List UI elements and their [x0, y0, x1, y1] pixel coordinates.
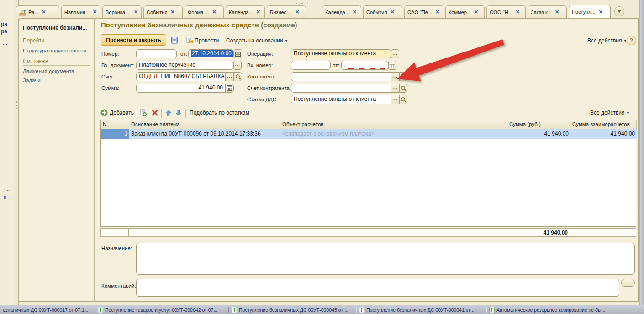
pick-by-balance-button[interactable]: Подобрать по остаткам — [190, 110, 249, 116]
tab-bar: Ра...✕Напомин...✕Воронка ...✕События✕Фор… — [14, 0, 644, 18]
tab-close-icon[interactable]: ✕ — [474, 9, 478, 15]
tab-close-icon[interactable]: ✕ — [212, 9, 216, 15]
tab-close-icon[interactable]: ✕ — [134, 9, 138, 15]
table-row-cell[interactable]: 1 — [101, 129, 129, 139]
operation-select-button[interactable]: ... — [391, 49, 399, 58]
tabbar-grip-icon — [301, 3, 303, 4]
sidebar-link[interactable]: Структура подчиненности — [23, 48, 90, 53]
move-up-button[interactable] — [164, 109, 172, 116]
tab-overflow-button[interactable] — [614, 6, 624, 16]
account-select-button[interactable]: ... — [226, 72, 234, 81]
help-button[interactable]: ? — [627, 36, 636, 45]
column-header-3[interactable]: Объект расчетов — [280, 120, 507, 129]
tab-close-icon[interactable]: ✕ — [390, 9, 394, 15]
incoming-date-calendar-button[interactable] — [388, 61, 396, 70]
delete-cross-icon — [152, 110, 158, 116]
table-row-cell[interactable]: <совпадает с основанием платежа> — [280, 129, 507, 139]
calendar-icon — [390, 63, 395, 68]
incoming-number-input[interactable] — [291, 61, 331, 70]
date-calendar-button[interactable] — [234, 49, 242, 58]
table-row-cell[interactable]: 41 940,00 — [570, 129, 637, 139]
column-header-1[interactable]: N — [101, 120, 129, 129]
taskbar-item-1[interactable]: езналичных ДС 00УТ-000017 от 07.1... — [0, 305, 95, 314]
tab-close-icon[interactable]: ✕ — [93, 9, 97, 15]
tab-close-icon[interactable]: ✕ — [256, 9, 260, 15]
comment-expand-button[interactable]: ... — [621, 279, 635, 287]
tab-3[interactable]: Воронка ...✕ — [102, 5, 142, 18]
tab-close-icon[interactable]: ✕ — [516, 9, 520, 15]
taskbar: езналичных ДС 00УТ-000017 от 07.1...Пост… — [0, 305, 644, 314]
tab-5[interactable]: Форма ...✕ — [185, 5, 224, 18]
contractor-account-select-button[interactable]: ... — [391, 84, 399, 93]
incoming-document-input[interactable]: Платежное поручение — [136, 61, 233, 70]
tab-close-icon[interactable]: ✕ — [353, 9, 357, 15]
taskbar-item-4[interactable]: Поступление безналичных ДС 00УТ-000041 о… — [356, 305, 486, 314]
sum-calculator-button[interactable] — [226, 84, 234, 93]
tab-12[interactable]: ООО "Н...✕ — [486, 5, 526, 18]
account-input[interactable]: ОТДЕЛЕНИЕ N8607 СБЕРБАНКА РОС — [136, 72, 226, 81]
account-open-button[interactable] — [234, 72, 242, 81]
contractor-account-input[interactable] — [291, 84, 391, 93]
post-and-close-button[interactable]: Провести и закрыть — [101, 34, 166, 46]
sum-input[interactable]: 41 940,00 — [136, 84, 226, 93]
taskbar-item-5[interactable]: Автоматическое резервное копирование не … — [486, 305, 628, 314]
table-footer-cell — [280, 228, 507, 237]
comment-input[interactable] — [136, 279, 619, 297]
number-label: Номер: — [101, 51, 119, 57]
contractor-account-open-button[interactable] — [399, 84, 407, 93]
calculator-icon — [227, 85, 232, 91]
items-all-actions-button[interactable]: Все действия▼ — [590, 110, 629, 116]
tab-close-icon[interactable]: ✕ — [295, 9, 299, 15]
table-footer-cell — [129, 228, 280, 237]
column-header-5[interactable]: Сумма взаиморасчетов — [570, 120, 637, 129]
taskbar-item-2[interactable]: Поступление товаров и услуг 00УТ-000042 … — [95, 305, 228, 314]
tab-close-icon[interactable]: ✕ — [599, 9, 603, 15]
tab-close-icon[interactable]: ✕ — [170, 9, 174, 15]
doc-all-actions-button[interactable]: Все действия▼ — [587, 37, 627, 44]
post-button-icon-area[interactable] — [185, 36, 193, 44]
tab-11[interactable]: Коммер...✕ — [445, 5, 485, 18]
tab-close-icon[interactable]: ✕ — [42, 9, 46, 15]
table-row-cell[interactable]: Заказ клиента 00УТ-000096 от 06.10.2014 … — [129, 129, 280, 139]
create-based-on-button[interactable]: Создать на основании▼ — [226, 37, 288, 44]
column-header-4[interactable]: Сумма (руб.) — [507, 120, 570, 129]
dds-article-open-button[interactable] — [399, 95, 407, 104]
move-down-button[interactable] — [175, 109, 182, 116]
tab-7[interactable]: Бизнес ...✕ — [267, 5, 306, 18]
add-row-button[interactable]: Добавить — [110, 110, 134, 116]
tab-close-icon[interactable]: ✕ — [435, 9, 439, 15]
sidebar-link[interactable]: Задачи — [23, 78, 90, 83]
tab-8[interactable]: Календа...✕ — [322, 5, 361, 18]
purpose-textarea[interactable] — [136, 243, 635, 275]
contractor-select-button[interactable]: ... — [391, 72, 399, 81]
dds-article-select-button[interactable]: ... — [391, 95, 399, 104]
save-button[interactable] — [169, 36, 180, 45]
dds-article-input[interactable]: Поступление оплаты от клиента — [291, 95, 391, 104]
tab-10[interactable]: ОАО "Пе...✕ — [404, 5, 443, 18]
delete-row-button[interactable] — [142, 109, 158, 116]
tab-4[interactable]: События✕ — [143, 5, 183, 18]
table-row-cell[interactable]: 41 940,00 — [507, 129, 570, 139]
sidebar-link[interactable]: Движения документа — [23, 68, 90, 74]
floppy-disk-icon — [171, 37, 178, 44]
contractor-open-button[interactable] — [399, 72, 407, 81]
post-button[interactable]: Провести — [195, 37, 219, 44]
column-header-2[interactable]: Основание платежа — [129, 120, 280, 129]
number-input[interactable] — [136, 49, 177, 58]
date-input[interactable]: 27.10.2014 0:00:00 — [188, 49, 234, 58]
question-icon: ? — [630, 37, 633, 44]
add-row-button-icon-area[interactable] — [100, 109, 108, 116]
window-splitter[interactable] — [14, 0, 19, 305]
incoming-date-input[interactable]: . . — [341, 61, 388, 70]
tab-1[interactable]: Ра...✕ — [16, 5, 59, 18]
tab-13[interactable]: Заказ к...✕ — [528, 5, 567, 18]
contractor-input[interactable] — [291, 72, 391, 81]
operation-input[interactable]: Поступление оплаты от клиента — [291, 49, 391, 58]
tab-6[interactable]: Календа...✕ — [226, 5, 265, 18]
tab-9[interactable]: События✕ — [363, 5, 402, 18]
incoming-document-select-button[interactable]: ... — [233, 61, 242, 70]
tab-2[interactable]: Напомин...✕ — [61, 5, 100, 18]
taskbar-item-3[interactable]: Поступление безналичных ДС 00УТ-000045 о… — [229, 305, 356, 314]
tab-close-icon[interactable]: ✕ — [555, 9, 559, 15]
tab-14[interactable]: Поступл...✕ — [569, 5, 611, 18]
